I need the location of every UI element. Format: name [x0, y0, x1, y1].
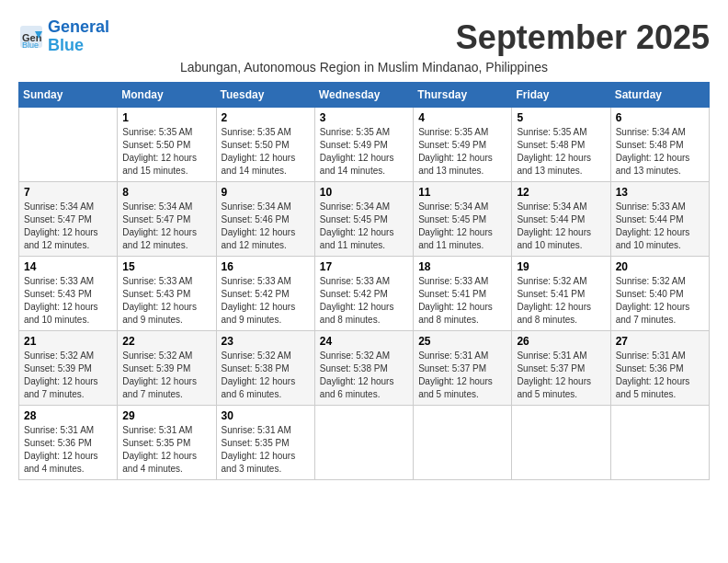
day-number: 6 — [616, 111, 704, 124]
day-info: Sunrise: 5:32 AM Sunset: 5:38 PM Dayligh… — [222, 350, 310, 401]
calendar-cell: 12Sunrise: 5:34 AM Sunset: 5:44 PM Dayli… — [512, 181, 610, 256]
day-number: 12 — [517, 186, 605, 199]
calendar-cell — [512, 405, 610, 479]
calendar-cell: 28Sunrise: 5:31 AM Sunset: 5:36 PM Dayli… — [19, 405, 118, 479]
calendar-cell: 24Sunrise: 5:32 AM Sunset: 5:38 PM Dayli… — [314, 330, 413, 405]
header-tuesday: Tuesday — [216, 82, 314, 107]
calendar-cell — [314, 405, 413, 479]
day-number: 26 — [517, 335, 605, 348]
day-info: Sunrise: 5:32 AM Sunset: 5:39 PM Dayligh… — [24, 350, 112, 401]
day-info: Sunrise: 5:33 AM Sunset: 5:43 PM Dayligh… — [24, 275, 112, 327]
calendar-cell: 26Sunrise: 5:31 AM Sunset: 5:37 PM Dayli… — [512, 330, 610, 405]
day-info: Sunrise: 5:33 AM Sunset: 5:42 PM Dayligh… — [222, 275, 310, 327]
day-number: 20 — [616, 260, 704, 273]
calendar-cell: 30Sunrise: 5:31 AM Sunset: 5:35 PM Dayli… — [216, 405, 314, 479]
day-number: 15 — [122, 260, 210, 273]
logo-line1: General — [48, 17, 109, 36]
day-number: 24 — [320, 335, 408, 348]
day-number: 29 — [122, 409, 210, 422]
calendar-cell: 13Sunrise: 5:33 AM Sunset: 5:44 PM Dayli… — [610, 181, 709, 256]
day-number: 22 — [122, 335, 210, 348]
day-number: 7 — [24, 186, 112, 199]
day-info: Sunrise: 5:33 AM Sunset: 5:43 PM Dayligh… — [122, 275, 210, 327]
header-sunday: Sunday — [19, 82, 118, 107]
day-info: Sunrise: 5:32 AM Sunset: 5:41 PM Dayligh… — [517, 275, 605, 327]
day-info: Sunrise: 5:31 AM Sunset: 5:37 PM Dayligh… — [418, 350, 506, 401]
day-info: Sunrise: 5:35 AM Sunset: 5:49 PM Dayligh… — [418, 126, 506, 178]
day-info: Sunrise: 5:34 AM Sunset: 5:46 PM Dayligh… — [222, 201, 310, 252]
calendar-cell: 20Sunrise: 5:32 AM Sunset: 5:40 PM Dayli… — [610, 256, 709, 330]
calendar-header-row: SundayMondayTuesdayWednesdayThursdayFrid… — [19, 82, 710, 107]
day-number: 4 — [418, 111, 506, 124]
day-info: Sunrise: 5:31 AM Sunset: 5:36 PM Dayligh… — [616, 350, 704, 401]
location-subtitle: Labungan, Autonomous Region in Muslim Mi… — [18, 60, 710, 75]
calendar-cell: 4Sunrise: 5:35 AM Sunset: 5:49 PM Daylig… — [414, 107, 512, 181]
day-number: 16 — [222, 260, 310, 273]
logo-icon: Gen Blue — [18, 24, 44, 50]
header-wednesday: Wednesday — [314, 82, 413, 107]
calendar-cell: 22Sunrise: 5:32 AM Sunset: 5:39 PM Dayli… — [118, 330, 216, 405]
month-year-title: September 2025 — [456, 18, 710, 57]
calendar-cell: 25Sunrise: 5:31 AM Sunset: 5:37 PM Dayli… — [414, 330, 512, 405]
day-number: 2 — [222, 111, 310, 124]
day-info: Sunrise: 5:35 AM Sunset: 5:50 PM Dayligh… — [122, 126, 210, 178]
calendar-cell: 3Sunrise: 5:35 AM Sunset: 5:49 PM Daylig… — [314, 107, 413, 181]
calendar-cell: 5Sunrise: 5:35 AM Sunset: 5:48 PM Daylig… — [512, 107, 610, 181]
svg-text:Blue: Blue — [22, 40, 39, 50]
calendar-cell: 6Sunrise: 5:34 AM Sunset: 5:48 PM Daylig… — [610, 107, 709, 181]
calendar-cell: 18Sunrise: 5:33 AM Sunset: 5:41 PM Dayli… — [414, 256, 512, 330]
day-info: Sunrise: 5:34 AM Sunset: 5:45 PM Dayligh… — [418, 201, 506, 252]
calendar-cell: 15Sunrise: 5:33 AM Sunset: 5:43 PM Dayli… — [118, 256, 216, 330]
day-number: 21 — [24, 335, 112, 348]
calendar-cell: 19Sunrise: 5:32 AM Sunset: 5:41 PM Dayli… — [512, 256, 610, 330]
calendar-cell: 21Sunrise: 5:32 AM Sunset: 5:39 PM Dayli… — [19, 330, 118, 405]
day-info: Sunrise: 5:35 AM Sunset: 5:48 PM Dayligh… — [517, 126, 605, 178]
day-info: Sunrise: 5:35 AM Sunset: 5:50 PM Dayligh… — [222, 126, 310, 178]
title-section: September 2025 — [456, 18, 710, 57]
header-saturday: Saturday — [610, 82, 709, 107]
calendar-cell: 27Sunrise: 5:31 AM Sunset: 5:36 PM Dayli… — [610, 330, 709, 405]
calendar-cell: 16Sunrise: 5:33 AM Sunset: 5:42 PM Dayli… — [216, 256, 314, 330]
calendar-cell: 23Sunrise: 5:32 AM Sunset: 5:38 PM Dayli… — [216, 330, 314, 405]
day-number: 3 — [320, 111, 408, 124]
calendar-cell — [414, 405, 512, 479]
calendar-cell — [610, 405, 709, 479]
calendar-cell: 1Sunrise: 5:35 AM Sunset: 5:50 PM Daylig… — [118, 107, 216, 181]
day-info: Sunrise: 5:33 AM Sunset: 5:44 PM Dayligh… — [616, 201, 704, 252]
calendar-cell: 2Sunrise: 5:35 AM Sunset: 5:50 PM Daylig… — [216, 107, 314, 181]
day-number: 1 — [122, 111, 210, 124]
day-info: Sunrise: 5:31 AM Sunset: 5:37 PM Dayligh… — [517, 350, 605, 401]
day-info: Sunrise: 5:34 AM Sunset: 5:45 PM Dayligh… — [320, 201, 408, 252]
day-number: 13 — [616, 186, 704, 199]
day-info: Sunrise: 5:32 AM Sunset: 5:39 PM Dayligh… — [122, 350, 210, 401]
calendar-cell: 10Sunrise: 5:34 AM Sunset: 5:45 PM Dayli… — [314, 181, 413, 256]
day-number: 14 — [24, 260, 112, 273]
day-number: 19 — [517, 260, 605, 273]
day-number: 23 — [222, 335, 310, 348]
day-info: Sunrise: 5:31 AM Sunset: 5:35 PM Dayligh… — [122, 424, 210, 476]
week-row-5: 28Sunrise: 5:31 AM Sunset: 5:36 PM Dayli… — [19, 405, 710, 479]
calendar-cell — [19, 107, 118, 181]
week-row-4: 21Sunrise: 5:32 AM Sunset: 5:39 PM Dayli… — [19, 330, 710, 405]
calendar-cell: 29Sunrise: 5:31 AM Sunset: 5:35 PM Dayli… — [118, 405, 216, 479]
day-info: Sunrise: 5:31 AM Sunset: 5:35 PM Dayligh… — [222, 424, 310, 476]
day-number: 11 — [418, 186, 506, 199]
week-row-3: 14Sunrise: 5:33 AM Sunset: 5:43 PM Dayli… — [19, 256, 710, 330]
day-number: 9 — [222, 186, 310, 199]
calendar-table: SundayMondayTuesdayWednesdayThursdayFrid… — [18, 82, 710, 480]
week-row-1: 1Sunrise: 5:35 AM Sunset: 5:50 PM Daylig… — [19, 107, 710, 181]
day-number: 17 — [320, 260, 408, 273]
day-info: Sunrise: 5:34 AM Sunset: 5:48 PM Dayligh… — [616, 126, 704, 178]
day-info: Sunrise: 5:32 AM Sunset: 5:40 PM Dayligh… — [616, 275, 704, 327]
header-friday: Friday — [512, 82, 610, 107]
day-number: 30 — [222, 409, 310, 422]
calendar-cell: 14Sunrise: 5:33 AM Sunset: 5:43 PM Dayli… — [19, 256, 118, 330]
logo-text: General Blue — [48, 18, 109, 55]
calendar-cell: 17Sunrise: 5:33 AM Sunset: 5:42 PM Dayli… — [314, 256, 413, 330]
day-info: Sunrise: 5:33 AM Sunset: 5:42 PM Dayligh… — [320, 275, 408, 327]
day-number: 5 — [517, 111, 605, 124]
logo-line2: Blue — [48, 36, 84, 54]
calendar-cell: 8Sunrise: 5:34 AM Sunset: 5:47 PM Daylig… — [118, 181, 216, 256]
day-number: 10 — [320, 186, 408, 199]
calendar-cell: 11Sunrise: 5:34 AM Sunset: 5:45 PM Dayli… — [414, 181, 512, 256]
